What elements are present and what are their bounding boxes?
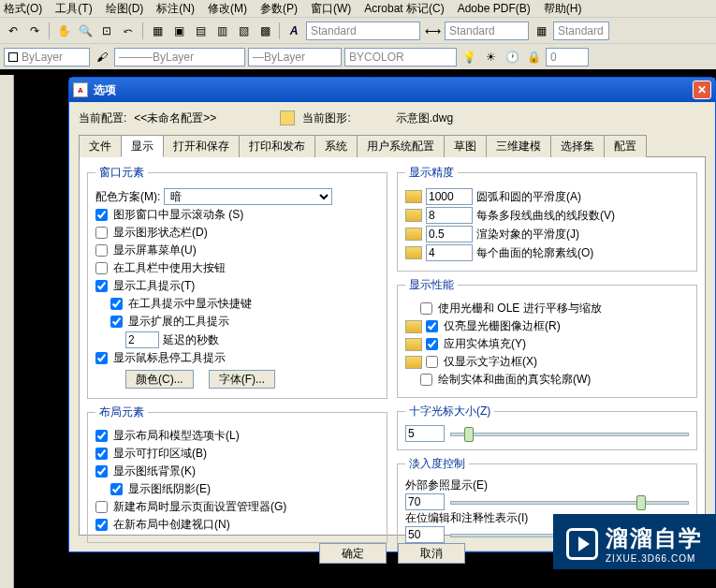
crosshair-legend: 十字光标大小(Z): [405, 404, 494, 419]
polyline-seg-input[interactable]: [426, 207, 473, 224]
menu-tools[interactable]: 工具(T): [55, 1, 92, 17]
tab-selection[interactable]: 选择集: [550, 135, 605, 157]
cb-paperbg[interactable]: [95, 465, 108, 478]
toolbar-properties: ByLayer 🖌 ——— ByLayer — ByLayer BYCOLOR …: [0, 43, 716, 69]
tab-3d[interactable]: 三维建模: [486, 135, 551, 157]
lbl-paperbg: 显示图纸背景(K): [113, 463, 196, 479]
tab-profiles[interactable]: 配置: [604, 135, 647, 157]
display-performance-group: 显示性能 使用光栅和 OLE 进行平移与缩放 仅亮显光栅图像边框(R) 应用实体…: [397, 277, 697, 398]
cb-scrollbars[interactable]: [95, 209, 108, 221]
text-style-dd[interactable]: Standard: [306, 22, 420, 40]
cb-tt-ext[interactable]: [110, 316, 123, 328]
menu-draw[interactable]: 绘图(D): [106, 1, 144, 17]
text-a-icon[interactable]: A: [285, 22, 303, 40]
menu-param[interactable]: 参数(P): [260, 1, 298, 17]
sheet-icon[interactable]: ▥: [212, 22, 231, 40]
cb-screenmenu[interactable]: [95, 244, 108, 257]
menu-format[interactable]: 格式(O): [4, 1, 42, 17]
bulb-icon[interactable]: 💡: [460, 48, 478, 66]
render-smooth-input[interactable]: [426, 226, 473, 243]
tab-userpref[interactable]: 用户系统配置: [357, 135, 445, 157]
cb-pagesetup[interactable]: [95, 501, 108, 513]
zoom-icon[interactable]: 🔍: [76, 22, 95, 40]
dwg-icon: [405, 209, 422, 222]
sun-icon[interactable]: ☀: [481, 48, 500, 66]
lock-icon[interactable]: 🔒: [524, 48, 543, 66]
titlebar: A 选项 ✕: [69, 78, 715, 102]
tab-drafting[interactable]: 草图: [444, 135, 487, 157]
block-icon[interactable]: ▦: [148, 22, 167, 40]
menu-help[interactable]: 帮助(H): [544, 1, 582, 17]
tab-display[interactable]: 显示: [121, 135, 164, 157]
dim-icon[interactable]: ⟷: [423, 22, 442, 40]
cb-layouttabs[interactable]: [95, 430, 108, 442]
lbl-pagesetup: 新建布局时显示页面设置管理器(G): [113, 499, 286, 515]
cb-solid-fill[interactable]: [426, 338, 438, 350]
cb-printable[interactable]: [95, 448, 108, 460]
profile-name: <<未命名配置>>: [134, 110, 216, 126]
inplace-fade-input[interactable]: [405, 526, 445, 543]
watermark-brand: 溜溜自学: [606, 523, 703, 553]
cancel-button[interactable]: 取消: [398, 543, 465, 564]
cb-createvp[interactable]: [95, 519, 108, 531]
layer-color-dd[interactable]: ByLayer: [4, 48, 90, 66]
cb-panzoom-raster[interactable]: [420, 302, 432, 315]
table-style-dd[interactable]: Standard: [553, 22, 609, 40]
markup-icon[interactable]: ▧: [234, 22, 253, 40]
zoom-window-icon[interactable]: ⊡: [97, 22, 116, 40]
fonts-button[interactable]: 字体(F)...: [209, 370, 275, 389]
tab-system[interactable]: 系统: [314, 135, 358, 157]
lbl-highlight-frame: 仅亮显光栅图像边框(R): [444, 318, 561, 334]
redo-icon[interactable]: ↷: [25, 22, 44, 40]
cb-tt-shortcut[interactable]: [110, 298, 123, 310]
lbl-largebuttons: 在工具栏中使用大按钮: [113, 260, 226, 276]
cb-highlight-frame[interactable]: [426, 320, 438, 332]
menu-pdf[interactable]: Adobe PDF(B): [458, 2, 531, 15]
menu-acrobat[interactable]: Acrobat 标记(C): [364, 1, 444, 17]
colors-button[interactable]: 颜色(C)...: [125, 370, 194, 389]
delay-input[interactable]: [125, 331, 159, 348]
table-icon[interactable]: ▦: [532, 22, 550, 40]
tab-plot[interactable]: 打印和发布: [239, 135, 315, 157]
layout-elements-group: 布局元素 显示布局和模型选项卡(L) 显示可打印区域(B) 显示图纸背景(K) …: [87, 404, 387, 543]
clock-icon[interactable]: 🕐: [503, 48, 521, 66]
match-icon[interactable]: 🖌: [93, 48, 111, 66]
menu-window[interactable]: 窗口(W): [311, 1, 351, 17]
plotstyle-dd[interactable]: BYCOLOR: [344, 48, 457, 66]
lbl-papershadow: 显示图纸阴影(E): [128, 481, 211, 497]
cb-rollover[interactable]: [95, 352, 108, 364]
cb-papershadow[interactable]: [110, 483, 123, 495]
watermark-url: ZIXUE.3D66.COM: [606, 553, 703, 564]
cb-true-silhouette[interactable]: [420, 374, 432, 386]
zoom-prev-icon[interactable]: ⤺: [119, 22, 138, 40]
cb-largebuttons[interactable]: [95, 262, 108, 274]
cb-statusbar[interactable]: [95, 227, 108, 239]
xref-fade-slider[interactable]: [450, 493, 689, 510]
lbl-solid-fill: 应用实体填充(Y): [444, 336, 526, 352]
color-scheme-select[interactable]: 暗: [164, 188, 332, 205]
display-resolution-group: 显示精度 圆弧和圆的平滑度(A) 每条多段线曲线的线段数(V) 渲染对象的平滑度…: [397, 165, 697, 272]
tab-opensave[interactable]: 打开和保存: [163, 135, 240, 157]
menu-modify[interactable]: 修改(M): [208, 1, 247, 17]
cb-tooltips[interactable]: [95, 280, 108, 292]
layer-dd[interactable]: 0: [546, 48, 589, 66]
undo-icon[interactable]: ↶: [4, 22, 22, 40]
palette-icon[interactable]: ▤: [191, 22, 210, 40]
calc-icon[interactable]: ▩: [256, 22, 274, 40]
block2-icon[interactable]: ▣: [169, 22, 188, 40]
close-icon[interactable]: ✕: [693, 81, 711, 99]
crosshair-slider[interactable]: [450, 425, 689, 442]
xref-fade-input[interactable]: [405, 493, 445, 510]
linetype-dd[interactable]: ——— ByLayer: [114, 48, 245, 66]
cb-text-frame[interactable]: [426, 356, 438, 368]
lineweight-dd[interactable]: — ByLayer: [248, 48, 342, 66]
tab-files[interactable]: 文件: [79, 135, 122, 157]
ok-button[interactable]: 确定: [319, 543, 387, 564]
arc-smooth-input[interactable]: [426, 188, 473, 205]
menu-bar: 格式(O) 工具(T) 绘图(D) 标注(N) 修改(M) 参数(P) 窗口(W…: [0, 0, 716, 17]
contour-lines-input[interactable]: [426, 244, 473, 261]
menu-dim[interactable]: 标注(N): [156, 1, 195, 17]
crosshair-input[interactable]: [405, 425, 445, 442]
pan-icon[interactable]: ✋: [54, 22, 73, 40]
dim-style-dd[interactable]: Standard: [445, 22, 529, 40]
